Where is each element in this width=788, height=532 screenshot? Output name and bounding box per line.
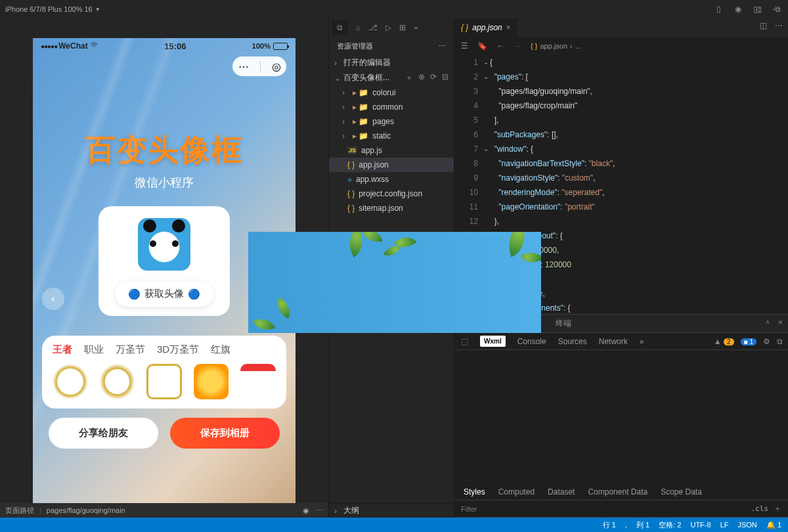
- editor-tab-appjson[interactable]: { } app.json ×: [454, 18, 517, 37]
- get-avatar-button[interactable]: 🔵 获取头像 🔵: [115, 281, 213, 307]
- network-tab[interactable]: Network: [599, 337, 628, 346]
- split-icon[interactable]: ◫: [751, 4, 762, 14]
- scopedata-tab[interactable]: Scope Data: [661, 487, 702, 497]
- eol[interactable]: LF: [720, 521, 729, 529]
- extensions-icon[interactable]: ⊞: [399, 23, 406, 32]
- file-colorui[interactable]: ›▸ 📁colorui: [329, 85, 454, 100]
- save-button[interactable]: 保存到相册: [170, 418, 280, 449]
- file-sitemap-json[interactable]: { }sitemap.json: [329, 201, 454, 215]
- device-selector[interactable]: iPhone 6/7/8 Plus 100% 16▼: [5, 5, 100, 13]
- bell-icon[interactable]: 🔔 1: [766, 521, 781, 529]
- editor-tabs: { } app.json × ◫ ⋯: [454, 18, 788, 37]
- new-folder-icon[interactable]: ⊕: [418, 72, 425, 83]
- mini-program-capsule[interactable]: ⋯ ◎: [232, 56, 286, 76]
- stop-icon[interactable]: ◉: [733, 4, 743, 14]
- capsule-close-icon[interactable]: ◎: [272, 60, 281, 73]
- console-tab[interactable]: Console: [517, 337, 546, 346]
- file-pages[interactable]: ›▸ 📁pages: [329, 114, 454, 129]
- sources-tab[interactable]: Sources: [558, 337, 587, 346]
- encoding[interactable]: UTF-8: [690, 521, 711, 529]
- frame-item[interactable]: [53, 364, 88, 399]
- share-button[interactable]: 分享给朋友: [49, 418, 158, 449]
- chevron-up-icon[interactable]: ＾: [764, 318, 772, 329]
- open-editors-section[interactable]: ›打开的编辑器: [329, 55, 454, 70]
- outline-section[interactable]: ›大纲: [329, 503, 454, 518]
- close-icon[interactable]: ×: [778, 318, 783, 329]
- frame-tabs: 王者 职业 万圣节 3D万圣节 红旗: [53, 344, 276, 356]
- frame-item[interactable]: [100, 364, 135, 399]
- simulator-status-bar: 页面路径 | pages/flag/guoqing/main ◉ ⋯: [0, 503, 328, 518]
- filter-input[interactable]: [461, 505, 746, 513]
- warnings-badge[interactable]: ▲ 2: [714, 337, 734, 346]
- tab-king[interactable]: 王者: [53, 344, 72, 356]
- frame-item[interactable]: [240, 364, 276, 399]
- sparkle-icon: 🔵: [128, 288, 141, 300]
- signal-icon: ●●●●●: [41, 43, 57, 50]
- action-row: 分享给朋友 保存到相册: [49, 418, 280, 449]
- componentdata-tab[interactable]: Component Data: [588, 487, 647, 497]
- dataset-tab[interactable]: Dataset: [548, 487, 575, 497]
- frame-item[interactable]: [146, 364, 182, 399]
- file-app-wxss[interactable]: ⟐app.wxss: [329, 172, 454, 187]
- file-app-json[interactable]: { }app.json: [329, 158, 454, 172]
- page-path-label: 页面路径: [5, 506, 34, 516]
- list-icon[interactable]: ☰: [461, 41, 468, 51]
- tab-halloween[interactable]: 万圣节: [116, 344, 145, 356]
- split-editor-icon[interactable]: ◫: [760, 21, 767, 30]
- close-icon[interactable]: ×: [506, 23, 511, 32]
- project-section[interactable]: ⌄百变头像框... ＋ ⊕ ⟳ ⊟: [329, 70, 454, 85]
- file-app-js[interactable]: JSapp.js: [329, 143, 454, 158]
- back-icon[interactable]: ←: [496, 41, 504, 51]
- frame-list: [53, 364, 276, 399]
- breadcrumb[interactable]: { } app.json › ...: [531, 42, 581, 50]
- indent-info[interactable]: 空格: 2: [659, 520, 681, 530]
- page-path-value[interactable]: pages/flag/guoqing/main: [47, 506, 125, 514]
- files-icon[interactable]: ⧉: [332, 20, 348, 35]
- new-file-icon[interactable]: ＋: [405, 72, 413, 83]
- file-common[interactable]: ›▸ 📁common: [329, 100, 454, 114]
- styles-filter-row: .cls ＋: [454, 500, 788, 518]
- device-icon[interactable]: ▯: [713, 4, 724, 14]
- add-rule-icon[interactable]: ＋: [774, 503, 781, 514]
- git-icon[interactable]: ⎇: [368, 23, 378, 32]
- editor-more-icon[interactable]: ⋯: [775, 21, 783, 30]
- debug-icon[interactable]: ▷: [385, 23, 391, 32]
- gear-icon[interactable]: ⚙: [763, 337, 770, 346]
- wifi-icon: [89, 41, 98, 52]
- more-icon[interactable]: ⋯: [771, 4, 781, 14]
- cursor-row[interactable]: 行 1: [603, 520, 616, 530]
- tab-flag[interactable]: 红旗: [211, 344, 230, 356]
- file-static[interactable]: ›▸ 📁static: [329, 129, 454, 143]
- explorer-more-icon[interactable]: ⋯: [439, 42, 446, 51]
- computed-tab[interactable]: Computed: [498, 487, 535, 497]
- refresh-icon[interactable]: ⟳: [430, 72, 437, 83]
- app-title: 百变头像框: [33, 130, 296, 171]
- dock-icon[interactable]: ⧉: [777, 337, 783, 346]
- eye-icon[interactable]: ◉: [303, 506, 309, 515]
- tab-terminal[interactable]: 终端: [556, 318, 571, 329]
- search-icon[interactable]: ⌕: [356, 23, 361, 32]
- lang-mode[interactable]: JSON: [737, 521, 756, 529]
- cls-button[interactable]: .cls: [751, 504, 769, 513]
- more-tabs-icon[interactable]: »: [640, 337, 644, 346]
- frame-item[interactable]: [194, 364, 229, 399]
- devtools-subtabs: ⬚ Wxml Console Sources Network » ▲ 2 ■ 1…: [454, 333, 788, 350]
- json-icon: { }: [461, 23, 468, 32]
- tab-career[interactable]: 职业: [84, 344, 104, 356]
- bookmark-icon[interactable]: 🔖: [477, 41, 487, 51]
- misc-icon[interactable]: ⌁: [414, 23, 418, 32]
- styles-tab[interactable]: Styles: [464, 487, 485, 497]
- prev-arrow-icon[interactable]: ‹: [42, 288, 64, 310]
- wxml-tab[interactable]: Wxml: [480, 336, 506, 347]
- explorer-header: 资源管理器 ⋯: [329, 37, 454, 55]
- tab-3d-halloween[interactable]: 3D万圣节: [157, 344, 199, 356]
- capsule-menu-icon[interactable]: ⋯: [238, 60, 249, 73]
- sidebar-tab-icons: ⧉ ⌕ ⎇ ▷ ⊞ ⌁: [329, 18, 454, 37]
- collapse-icon[interactable]: ⊟: [442, 72, 449, 83]
- forward-icon[interactable]: →: [514, 41, 521, 51]
- inspect-icon[interactable]: ⬚: [461, 337, 468, 346]
- more-icon[interactable]: ⋯: [316, 506, 323, 515]
- cursor-col[interactable]: 列 1: [636, 520, 649, 530]
- file-project-config-json[interactable]: { }project.config.json: [329, 187, 454, 201]
- info-badge[interactable]: ■ 1: [741, 337, 756, 346]
